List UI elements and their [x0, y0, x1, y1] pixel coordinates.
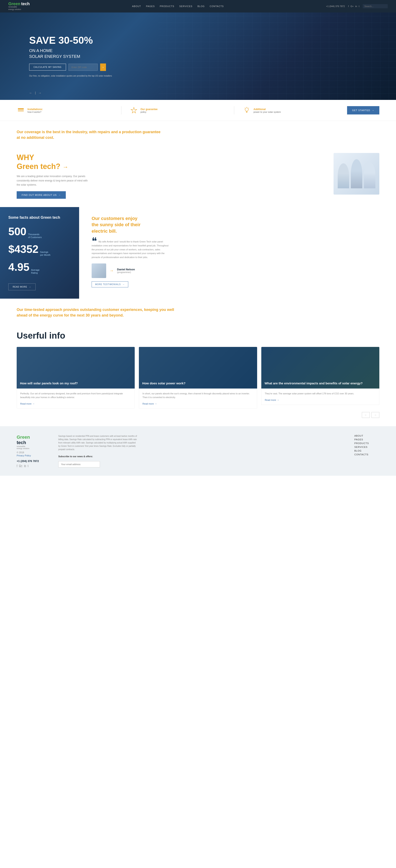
card-2-read-more[interactable]: Read more →: [143, 402, 157, 405]
hero-note: Our free, no obligation, solar installat…: [29, 74, 133, 78]
svg-point-4: [245, 108, 248, 111]
person-1-silhouette: [338, 163, 349, 188]
card-1-read-more[interactable]: Read more →: [20, 402, 35, 405]
hero-next-arrow[interactable]: →: [38, 91, 42, 95]
footer-nav-products[interactable]: PRODUCTS: [354, 442, 379, 444]
footer-phone: +1 (204) 376 7872: [17, 460, 50, 463]
hero-cta: CALCULATE MY SAVING ›: [29, 63, 133, 71]
info-card-3: What are the environmental impacts and b…: [261, 347, 379, 408]
footer-facebook-icon[interactable]: f: [17, 464, 17, 467]
cards-navigation: ← →: [17, 412, 379, 418]
nav-products[interactable]: PRODUCTS: [160, 5, 174, 7]
footer-year: © 2018: [17, 451, 50, 454]
footer-subscribe: Subscribe to our news & offers:: [58, 455, 346, 467]
nav-pages[interactable]: PAGES: [146, 5, 155, 7]
why-title: WHY Green tech? →: [17, 153, 321, 171]
linkedin-icon[interactable]: in: [355, 5, 357, 7]
rating-number: 4.95: [8, 261, 29, 272]
footer-googleplus-icon[interactable]: G+: [19, 464, 22, 467]
person-name: Daniel Nelson: [117, 268, 135, 271]
read-more-button[interactable]: Read more →: [8, 283, 36, 290]
nav-blog[interactable]: BLOG: [197, 5, 205, 7]
svg-line-9: [249, 108, 249, 108]
hero-prev-arrow[interactable]: ←: [29, 91, 32, 95]
svg-rect-1: [18, 110, 24, 110]
footer-nav-services[interactable]: SERVICES: [354, 446, 379, 448]
calculate-button[interactable]: CALCULATE MY SAVING: [29, 64, 66, 70]
footer-logo-tech: tech: [17, 440, 26, 445]
footer-info: Savings based on residential PPA and lea…: [58, 435, 346, 467]
footer-twitter-icon[interactable]: t: [28, 464, 28, 467]
footer-nav-blog[interactable]: BLOG: [354, 450, 379, 452]
testimonial-headline: Our customers enjoy the sunny side of th…: [92, 215, 384, 235]
facts-testimonial-section: Some facts about Green tech 500 Thousand…: [0, 207, 396, 299]
svg-rect-5: [246, 112, 248, 112]
find-out-button[interactable]: Find out more about us →: [17, 191, 66, 199]
installations-link[interactable]: Installations:: [28, 108, 43, 111]
testimonial-quote-text: ❝ My wife Amber and I would like to than…: [92, 239, 171, 259]
card-3-read-more[interactable]: Read more →: [265, 399, 279, 401]
more-testimonials-button[interactable]: More testimonials →: [92, 281, 128, 287]
card-2-desc: In short, our panels absorb the sun's en…: [143, 392, 253, 399]
logo[interactable]: Green tech renewable energy solution: [8, 2, 30, 10]
hero-arrows: ← | →: [29, 91, 42, 95]
additional-link[interactable]: Additional: [253, 108, 266, 111]
guarantee-link[interactable]: Our guarantee: [141, 108, 158, 111]
header-phone: +1 (044) 376 7872: [326, 5, 345, 7]
zip-input[interactable]: [68, 64, 98, 71]
footer-nav-contacts[interactable]: CONTACTS: [354, 453, 379, 456]
cards-next-button[interactable]: →: [371, 412, 379, 418]
logo-tagline: renewable energy solution: [8, 6, 30, 10]
svg-line-8: [245, 108, 245, 108]
card-1-arrow-icon: →: [32, 402, 35, 405]
googleplus-icon[interactable]: G+: [351, 5, 354, 7]
get-started-button[interactable]: GET STARTED →: [347, 106, 379, 115]
star-icon: [130, 106, 138, 115]
facts-title: Some facts about Green tech: [8, 215, 71, 220]
person-2-silhouette: [351, 159, 362, 188]
nav-contacts[interactable]: CONTACTS: [210, 5, 224, 7]
solar-grid-decoration: [158, 12, 396, 100]
card-2-title: How does solar power work?: [142, 381, 253, 385]
feature-installations-text: Installations: how it works?: [28, 107, 43, 113]
card-1-desc: Perfectly. Our set of contemporary desig…: [20, 392, 131, 399]
fact-savings: $4352 Savings per Month: [8, 244, 71, 256]
svg-rect-0: [18, 111, 24, 112]
footer-nav-pages[interactable]: PAGES: [354, 438, 379, 441]
zip-submit-button[interactable]: ›: [100, 63, 106, 71]
info-cards-grid: How will solar panels look on my roof? P…: [17, 347, 379, 408]
customers-number: 500: [8, 226, 26, 237]
rating-label: Average Rating: [31, 269, 39, 275]
savings-label: Savings per Month: [40, 251, 51, 256]
privacy-policy-link[interactable]: Privacy Policy: [17, 454, 31, 457]
person-photo: [92, 264, 106, 278]
facebook-icon[interactable]: f: [348, 5, 349, 7]
installations-subtext: how it works?: [28, 111, 43, 113]
card-2-arrow-icon: →: [155, 402, 157, 405]
why-content: WHY Green tech? → We are a leading globa…: [17, 153, 321, 199]
why-section: WHY Green tech? → We are a leading globa…: [0, 145, 396, 207]
footer-social: f G+ in t: [17, 464, 50, 467]
footer-logo-green: Green: [17, 435, 30, 440]
btn-arrow-icon: →: [58, 194, 61, 196]
footer-linkedin-icon[interactable]: in: [24, 464, 26, 467]
coverage-section: Our coverage is the best in the industry…: [0, 121, 396, 145]
hero-content: SAVE 30-50% ON A HOME SOLAR ENERGY SYSTE…: [29, 35, 133, 78]
additional-subtext: power to your solar system: [253, 111, 281, 113]
testimonial-person: → Daniel Nelson (programmer): [92, 264, 384, 278]
subscribe-input[interactable]: [58, 461, 100, 467]
subscribe-label: Subscribe to our news & offers:: [58, 455, 93, 458]
card-2-image: How does solar power work?: [139, 347, 257, 389]
nav-services[interactable]: SERVICES: [179, 5, 192, 7]
savings-number: $4352: [8, 244, 38, 254]
cards-prev-button[interactable]: ←: [362, 412, 370, 418]
fact-rating: 4.95 Average Rating: [8, 261, 71, 275]
search-input[interactable]: [363, 4, 388, 8]
footer-nav-about[interactable]: ABOUT: [354, 435, 379, 437]
bulb-icon: [243, 106, 251, 115]
twitter-icon[interactable]: t: [359, 5, 359, 7]
svg-marker-3: [131, 107, 137, 113]
nav-about[interactable]: ABOUT: [132, 5, 141, 7]
footer-navigation: ABOUT PAGES PRODUCTS SERVICES BLOG CONTA…: [354, 435, 379, 467]
feature-divider-2: [234, 106, 234, 115]
